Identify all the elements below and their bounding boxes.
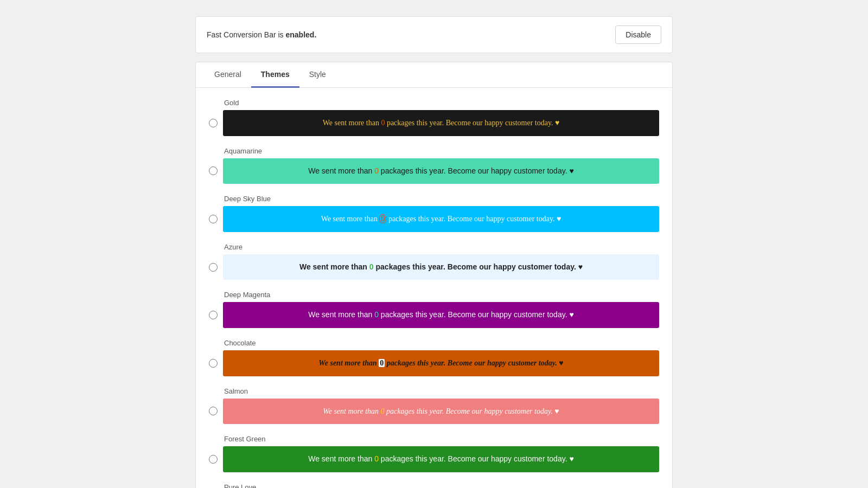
bar-number: 0 [381, 407, 385, 415]
theme-bar-deepmagenta[interactable]: We sent more than 0 packages this year. … [223, 302, 659, 328]
status-word: enabled. [286, 30, 317, 39]
bar-number: 0 [374, 310, 379, 319]
theme-option-chocolate: We sent more than 0 packages this year. … [209, 350, 659, 376]
status-bar: Fast Conversion Bar is enabled. Disable [195, 16, 673, 53]
theme-row-azure: Azure We sent more than 0 packages this … [209, 243, 659, 280]
tabs-bar: General Themes Style [196, 62, 672, 88]
theme-bar-chocolate[interactable]: We sent more than 0 packages this year. … [223, 350, 659, 376]
page-wrapper: Fast Conversion Bar is enabled. Disable … [195, 16, 673, 488]
bar-text-after: packages this year. Become our happy cus… [385, 407, 559, 415]
bar-number: 0 [379, 214, 386, 223]
bar-text-after: packages this year. Become our happy cus… [386, 215, 561, 223]
theme-label-aquamarine: Aquamarine [224, 147, 659, 155]
theme-row-salmon: Salmon We sent more than 0 packages this… [209, 387, 659, 425]
theme-label-gold: Gold [224, 99, 659, 107]
theme-row-deepmagenta: Deep Magenta We sent more than 0 package… [209, 291, 659, 328]
theme-radio-deepmagenta[interactable] [209, 311, 218, 319]
theme-bar-gold[interactable]: We sent more than 0 packages this year. … [223, 110, 659, 136]
tab-themes[interactable]: Themes [251, 62, 299, 88]
bar-text-before: We sent more than [318, 359, 379, 367]
bar-text-after: packages this year. Become our happy cus… [379, 310, 574, 319]
theme-option-deepskyblue: We sent more than 0 packages this year. … [209, 206, 659, 232]
bar-text-after: packages this year. Become our happy cus… [379, 166, 574, 175]
bar-text-before: We sent more than [308, 310, 374, 319]
bar-number: 0 [374, 166, 379, 175]
theme-radio-chocolate[interactable] [209, 359, 218, 368]
theme-bar-forestgreen[interactable]: We sent more than 0 packages this year. … [223, 446, 659, 472]
theme-row-aquamarine: Aquamarine We sent more than 0 packages … [209, 147, 659, 184]
theme-option-salmon: We sent more than 0 packages this year. … [209, 399, 659, 425]
disable-button[interactable]: Disable [615, 25, 661, 44]
theme-option-forestgreen: We sent more than 0 packages this year. … [209, 446, 659, 472]
theme-row-purelove: Pure Love We sent more than 0 packages t… [209, 483, 659, 488]
bar-text-after: packages this year. Become our happy cus… [379, 454, 574, 463]
theme-row-chocolate: Chocolate We sent more than 0 packages t… [209, 339, 659, 376]
bar-text-before: We sent more than [308, 454, 374, 463]
theme-option-azure: We sent more than 0 packages this year. … [209, 254, 659, 280]
theme-radio-aquamarine[interactable] [209, 166, 218, 175]
theme-bar-deepskyblue[interactable]: We sent more than 0 packages this year. … [223, 206, 659, 232]
bar-text-before: We sent more than [299, 262, 369, 271]
theme-bar-salmon[interactable]: We sent more than 0 packages this year. … [223, 399, 659, 425]
main-panel: General Themes Style Gold We sent more t… [195, 62, 673, 488]
theme-label-deepskyblue: Deep Sky Blue [224, 195, 659, 203]
bar-text-after: packages this year. Become our happy cus… [374, 262, 583, 271]
theme-row-forestgreen: Forest Green We sent more than 0 package… [209, 435, 659, 472]
theme-option-deepmagenta: We sent more than 0 packages this year. … [209, 302, 659, 328]
theme-bar-azure[interactable]: We sent more than 0 packages this year. … [223, 254, 659, 280]
theme-row-deepskyblue: Deep Sky Blue We sent more than 0 packag… [209, 195, 659, 232]
bar-text-before: We sent more than [323, 119, 381, 127]
theme-label-salmon: Salmon [224, 387, 659, 395]
bar-number: 0 [374, 454, 379, 463]
bar-text-after: packages this year. Become our happy cus… [385, 119, 559, 127]
themes-content: Gold We sent more than 0 packages this y… [196, 88, 672, 488]
bar-text-before: We sent more than [323, 407, 380, 415]
bar-text-before: We sent more than [308, 166, 374, 175]
theme-label-azure: Azure [224, 243, 659, 251]
theme-option-gold: We sent more than 0 packages this year. … [209, 110, 659, 136]
tab-style[interactable]: Style [299, 62, 336, 88]
bar-number: 0 [369, 262, 374, 271]
theme-row-gold: Gold We sent more than 0 packages this y… [209, 99, 659, 136]
theme-label-purelove: Pure Love [224, 483, 659, 488]
theme-radio-gold[interactable] [209, 119, 218, 127]
bar-text-before: We sent more than [321, 215, 380, 223]
theme-option-aquamarine: We sent more than 0 packages this year. … [209, 158, 659, 184]
status-text: Fast Conversion Bar is enabled. [207, 30, 316, 39]
tab-general[interactable]: General [205, 62, 251, 88]
theme-label-chocolate: Chocolate [224, 339, 659, 347]
status-prefix: Fast Conversion Bar is [207, 30, 284, 39]
theme-label-deepmagenta: Deep Magenta [224, 291, 659, 299]
bar-text-after: packages this year. Become our happy cus… [385, 359, 563, 367]
theme-bar-aquamarine[interactable]: We sent more than 0 packages this year. … [223, 158, 659, 184]
theme-radio-azure[interactable] [209, 263, 218, 272]
theme-radio-forestgreen[interactable] [209, 455, 218, 464]
theme-radio-deepskyblue[interactable] [209, 215, 218, 223]
theme-radio-salmon[interactable] [209, 407, 218, 415]
theme-label-forestgreen: Forest Green [224, 435, 659, 443]
bar-number: 0 [379, 359, 385, 367]
